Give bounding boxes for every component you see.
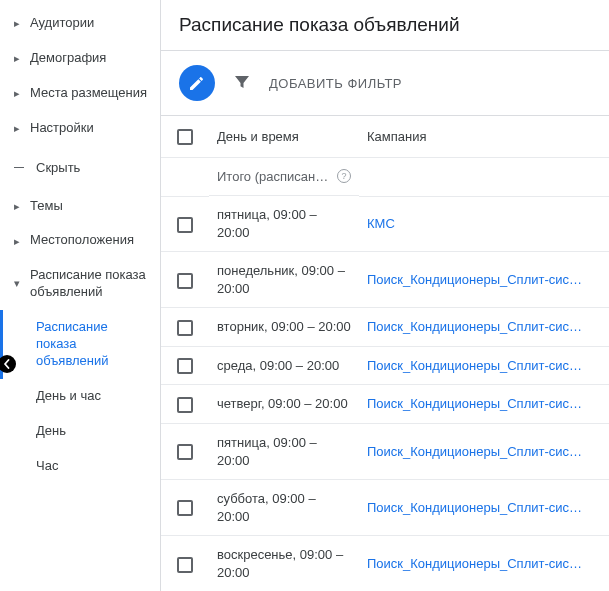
row-checkbox[interactable] [177,397,193,413]
campaign-link[interactable]: Поиск_Кондиционеры_Сплит-системы [367,357,587,375]
sidebar-subitem-day[interactable]: День [0,414,160,449]
sidebar-subitem-ad-schedule[interactable]: Расписание показа объявлений [0,310,160,379]
row-checkbox-cell [161,196,209,252]
header-day-time[interactable]: День и время [209,116,359,157]
row-checkbox-cell [161,308,209,347]
arrow-right-icon: ▸ [14,199,24,213]
sidebar-item-label: Час [30,458,58,475]
sidebar-item-label: Расписание показа объявлений [24,267,150,301]
sidebar: ▸ Аудитории ▸ Демография ▸ Места размеще… [0,0,160,591]
schedule-table: День и время Кампания Итого (расписания … [161,116,609,591]
row-checkbox[interactable] [177,557,193,573]
row-checkbox[interactable] [177,500,193,516]
summary-label: Итого (расписания п… [217,168,331,186]
arrow-down-icon: ▾ [14,276,24,290]
hide-label: Скрыть [36,160,80,175]
sidebar-item-ad-schedule[interactable]: ▾ Расписание показа объявлений [0,258,160,310]
sidebar-item-label: Настройки [24,120,94,137]
arrow-right-icon: ▸ [14,121,24,135]
row-checkbox[interactable] [177,444,193,460]
main-content: Расписание показа объявлений ДОБАВИТЬ ФИ… [160,0,609,591]
sidebar-subnav: Расписание показа объявлений День и час … [0,310,160,483]
arrow-right-icon: ▸ [14,234,24,248]
add-schedule-button[interactable] [179,65,215,101]
row-day-time: пятница, 09:00 – 20:00 [209,196,359,252]
sidebar-subitem-day-hour[interactable]: День и час [0,379,160,414]
row-day-time: вторник, 09:00 – 20:00 [209,308,359,347]
sidebar-item-label: Демография [24,50,106,67]
sidebar-subitem-hour[interactable]: Час [0,449,160,484]
sidebar-item-label: День [30,423,66,440]
table-row: среда, 09:00 – 20:00Поиск_Кондиционеры_С… [161,346,609,385]
row-checkbox[interactable] [177,217,193,233]
sidebar-item-audiences[interactable]: ▸ Аудитории [0,6,160,41]
row-campaign-cell: Поиск_Кондиционеры_Сплит-системы [359,423,609,479]
campaign-link[interactable]: КМС [367,215,587,233]
row-checkbox[interactable] [177,358,193,374]
row-checkbox-cell [161,385,209,424]
campaign-link[interactable]: Поиск_Кондиционеры_Сплит-системы [367,443,587,461]
page-title: Расписание показа объявлений [161,0,609,51]
sidebar-item-label: Аудитории [24,15,94,32]
campaign-link[interactable]: Поиск_Кондиционеры_Сплит-системы [367,499,587,517]
table-row: четверг, 09:00 – 20:00Поиск_Кондиционеры… [161,385,609,424]
row-checkbox[interactable] [177,273,193,289]
campaign-link[interactable]: Поиск_Кондиционеры_Сплит-системы [367,395,587,413]
sidebar-item-demography[interactable]: ▸ Демография [0,41,160,76]
filter-button[interactable] [233,73,251,94]
row-day-time: четверг, 09:00 – 20:00 [209,385,359,424]
minus-icon [14,167,24,168]
row-campaign-cell: КМС [359,196,609,252]
table-row: пятница, 09:00 – 20:00Поиск_Кондиционеры… [161,423,609,479]
table-row: понедельник, 09:00 – 20:00Поиск_Кондицио… [161,252,609,308]
table-row: вторник, 09:00 – 20:00Поиск_Кондиционеры… [161,308,609,347]
schedule-table-wrap: День и время Кампания Итого (расписания … [161,115,609,591]
row-day-time: среда, 09:00 – 20:00 [209,346,359,385]
sidebar-item-themes[interactable]: ▸ Темы [0,189,160,224]
table-row: пятница, 09:00 – 20:00КМС [161,196,609,252]
arrow-right-icon: ▸ [14,16,24,30]
row-day-time: воскресенье, 09:00 – 20:00 [209,536,359,591]
row-campaign-cell: Поиск_Кондиционеры_Сплит-системы [359,385,609,424]
table-summary-row: Итого (расписания п… ? [161,157,609,196]
pencil-icon [188,74,206,92]
select-all-checkbox[interactable] [177,129,193,145]
sidebar-hide-toggle[interactable]: Скрыть [0,146,160,189]
table-row: суббота, 09:00 – 20:00Поиск_Кондиционеры… [161,480,609,536]
row-day-time: понедельник, 09:00 – 20:00 [209,252,359,308]
row-checkbox[interactable] [177,320,193,336]
row-checkbox-cell [161,252,209,308]
chevron-left-icon [2,359,12,369]
row-campaign-cell: Поиск_Кондиционеры_Сплит-системы [359,346,609,385]
add-filter-button[interactable]: ДОБАВИТЬ ФИЛЬТР [269,72,402,95]
sidebar-item-label: День и час [30,388,101,405]
sidebar-item-label: Темы [24,198,63,215]
row-checkbox-cell [161,480,209,536]
campaign-link[interactable]: Поиск_Кондиционеры_Сплит-системы [367,555,587,573]
campaign-link[interactable]: Поиск_Кондиционеры_Сплит-системы [367,318,587,336]
row-day-time: пятница, 09:00 – 20:00 [209,423,359,479]
row-campaign-cell: Поиск_Кондиционеры_Сплит-системы [359,252,609,308]
row-checkbox-cell [161,423,209,479]
sidebar-item-placements[interactable]: ▸ Места размещения [0,76,160,111]
row-checkbox-cell [161,346,209,385]
arrow-right-icon: ▸ [14,86,24,100]
table-row: воскресенье, 09:00 – 20:00Поиск_Кондицио… [161,536,609,591]
campaign-link[interactable]: Поиск_Кондиционеры_Сплит-системы [367,271,587,289]
help-icon[interactable]: ? [337,169,351,183]
sidebar-item-label: Расписание показа объявлений [30,319,150,370]
arrow-right-icon: ▸ [14,51,24,65]
row-day-time: суббота, 09:00 – 20:00 [209,480,359,536]
sidebar-item-label: Места размещения [24,85,147,102]
header-campaign[interactable]: Кампания [359,116,609,157]
funnel-icon [233,73,251,91]
sidebar-item-settings[interactable]: ▸ Настройки [0,111,160,146]
row-campaign-cell: Поиск_Кондиционеры_Сплит-системы [359,308,609,347]
header-checkbox-cell [161,116,209,157]
sidebar-item-label: Местоположения [24,232,134,249]
toolbar: ДОБАВИТЬ ФИЛЬТР [161,51,609,115]
table-header-row: День и время Кампания [161,116,609,157]
row-checkbox-cell [161,536,209,591]
row-campaign-cell: Поиск_Кондиционеры_Сплит-системы [359,536,609,591]
sidebar-item-locations[interactable]: ▸ Местоположения [0,223,160,258]
